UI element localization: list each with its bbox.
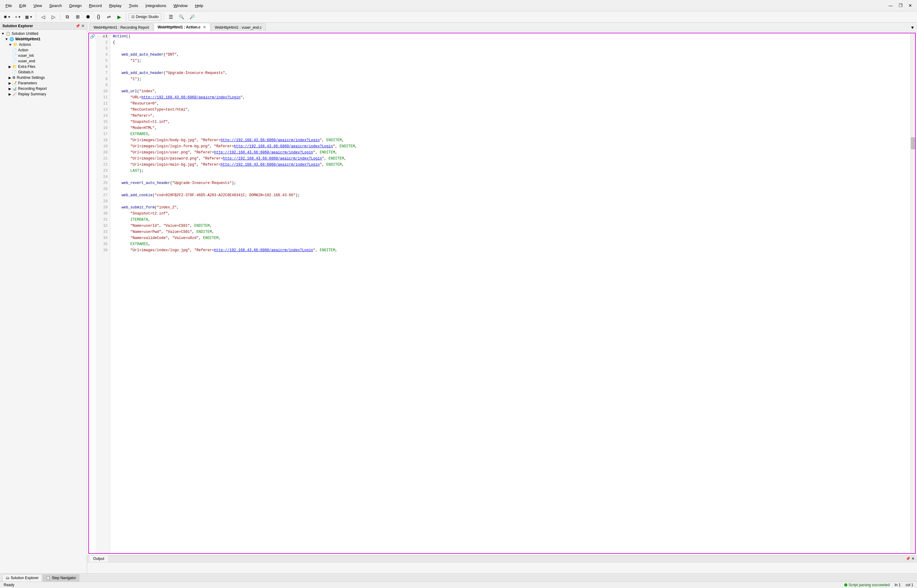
- menu-integrations[interactable]: Integrations: [142, 2, 170, 9]
- run-button[interactable]: ▶: [115, 13, 123, 21]
- line-num-17: 17: [96, 131, 110, 137]
- design-studio-button[interactable]: ⊡ Design Studio: [129, 13, 161, 21]
- line-num-34: 34: [96, 235, 110, 241]
- tree-item-runtime-settings[interactable]: ▶ ⚙ Runtime Settings: [0, 75, 87, 81]
- tree-item-parameters[interactable]: ▶ 📝 Parameters: [0, 81, 87, 86]
- code-content[interactable]: Action() { web_add_auto_header("DNT", "1…: [110, 33, 910, 553]
- script-parsing-label: Script parsing succeeded: [849, 583, 890, 587]
- rec-report-icon: 📊: [12, 87, 17, 91]
- replay-sum-expand-icon: ▶: [8, 92, 11, 96]
- nav-tab-step-navigator[interactable]: 📋 Step Navigator: [42, 574, 79, 582]
- solution-explorer-tree: ▼ 📋 Solution Untitled ▼ 🌐 WebHttpHtml1 ▼…: [0, 30, 87, 573]
- forward-button[interactable]: ▷: [49, 13, 58, 21]
- pointer-tool-dropdown[interactable]: ✱ ▼: [2, 13, 12, 21]
- code-line-33: "Name=userPwd", "Value=CS01", ENDITEM,: [113, 229, 908, 235]
- tree-item-recording-report[interactable]: ▶ 📊 Recording Report: [0, 86, 87, 91]
- bottom-close-button[interactable]: ✕: [912, 557, 915, 561]
- maximize-button[interactable]: ❐: [896, 1, 905, 10]
- line-num-11: 11: [96, 94, 110, 100]
- tree-item-replay-summary-label: Replay Summary: [18, 92, 46, 96]
- code-line-25: web_revert_auto_header("Upgrade-Insecure…: [113, 180, 908, 186]
- tree-item-replay-summary[interactable]: ▶ 📈 Replay Summary: [0, 91, 87, 97]
- menu-help[interactable]: Help: [192, 2, 206, 9]
- vertical-scrollbar[interactable]: [910, 33, 915, 553]
- minimize-button[interactable]: —: [886, 1, 895, 10]
- line-num-28: 28: [96, 198, 110, 204]
- code-line-32: "Name=userId", "Value=CS01", ENDITEM,: [113, 223, 908, 229]
- menu-search[interactable]: Search: [46, 2, 65, 9]
- app-window: File Edit View Search Design Record Repl…: [0, 0, 917, 588]
- output-tab-label: Output: [93, 557, 104, 561]
- tree-item-vuser-init-label: vuser_init: [18, 53, 34, 58]
- copy-button[interactable]: ⧉: [63, 13, 71, 21]
- tree-item-vuser-end-label: vuser_end: [18, 59, 35, 63]
- braces-button[interactable]: {}: [94, 13, 103, 21]
- tree-item-actions[interactable]: ▼ 📁 Actions: [0, 42, 87, 47]
- tab-action-c-close[interactable]: ✕: [202, 25, 206, 29]
- tree-item-action[interactable]: 📄 Action: [0, 47, 87, 53]
- view-tool-dropdown[interactable]: ▦ ▼: [24, 13, 34, 21]
- menu-record[interactable]: Record: [86, 2, 105, 9]
- runtime-icon: ⚙: [12, 76, 16, 80]
- tree-item-extra-files[interactable]: ▶ 📁 Extra Files: [0, 64, 87, 69]
- bottom-pin-button[interactable]: 📌: [906, 557, 910, 561]
- menu-view[interactable]: View: [30, 2, 45, 9]
- code-editor: 🔗 ⊟ 1 2 3 4 5 6 7 8 9 10 1: [88, 33, 916, 554]
- tab-action-c[interactable]: WebHttpHtml1 : Action.c ✕: [154, 23, 210, 31]
- code-line-13: "RecContentType=text/html",: [113, 107, 908, 113]
- list-view-button[interactable]: ☰: [166, 13, 175, 21]
- tab-recording-report[interactable]: WebHttpHtml1 : Recording Report: [90, 23, 153, 31]
- menu-design[interactable]: Design: [66, 2, 85, 9]
- line-num-4: 4: [96, 52, 110, 58]
- status-right: Script parsing succeeded In 1 col 1: [844, 583, 913, 587]
- params-expand-icon: ▶: [8, 81, 11, 85]
- code-line-29: web_submit_form("index_2",: [113, 204, 908, 210]
- tabs-overflow-button[interactable]: ▼: [908, 24, 917, 31]
- bottom-panel: Output 📌 ✕: [87, 555, 917, 573]
- fold-marker-1: ⊟: [103, 34, 105, 38]
- line-num-23: 23: [96, 168, 110, 174]
- line-num-16: 16: [96, 125, 110, 131]
- toolbar-sep-4: [164, 13, 164, 21]
- line-num-1: 1: [105, 34, 108, 39]
- line-num-7: 7: [96, 70, 110, 76]
- record-button[interactable]: ⏺: [84, 13, 92, 21]
- se-pin-button[interactable]: 📌: [76, 24, 80, 28]
- menu-tools[interactable]: Tools: [126, 2, 141, 9]
- zoom-button[interactable]: 🔎: [188, 13, 197, 21]
- code-line-18: "Url=images/login/body-bg.jpg", "Referer…: [113, 137, 908, 143]
- output-tab[interactable]: Output: [90, 555, 108, 562]
- nav-tab-solution-explorer[interactable]: 🗂 Solution Explorer: [2, 574, 42, 582]
- menu-file[interactable]: File: [2, 2, 15, 9]
- se-close-button[interactable]: ✕: [81, 24, 84, 28]
- code-line-26: [113, 186, 908, 192]
- filter-button[interactable]: ⊞: [73, 13, 82, 21]
- add-tool-dropdown[interactable]: + ▼: [14, 13, 22, 21]
- menu-window[interactable]: Window: [171, 2, 191, 9]
- back-button[interactable]: ◁: [39, 13, 47, 21]
- webhttphtml1-icon: 🌐: [10, 37, 14, 41]
- tree-item-globals-h[interactable]: 📄 Globals.h: [0, 69, 87, 75]
- code-line-30: "Snapshot=t2.inf",: [113, 210, 908, 216]
- tab-vuser-end-c[interactable]: WebHttpHtml1 : vuser_end.c: [211, 23, 266, 31]
- tree-item-vuser-end[interactable]: 📄 vuser_end: [0, 58, 87, 64]
- solution-explorer-title: Solution Explorer: [2, 24, 33, 28]
- extra-files-expand-icon: ▶: [8, 65, 11, 69]
- code-line-19: "Url=images/login/login-form-bg.png", "R…: [113, 143, 908, 149]
- menu-replay[interactable]: Replay: [106, 2, 124, 9]
- code-line-16: "Mode=HTML",: [113, 125, 908, 131]
- compile-button[interactable]: ⇌: [105, 13, 113, 21]
- scrollbar-thumb[interactable]: [911, 137, 915, 149]
- menu-edit[interactable]: Edit: [16, 2, 29, 9]
- search-results-button[interactable]: 🔍: [177, 13, 186, 21]
- actions-icon: 📁: [13, 42, 18, 47]
- solution-explorer-panel: Solution Explorer 📌 ✕ ▼ 📋 Solution Untit…: [0, 23, 87, 573]
- line-num-3: 3: [96, 45, 110, 52]
- close-button[interactable]: ✕: [906, 1, 915, 10]
- toolbar: ✱ ▼ + ▼ ▦ ▼ ◁ ▷ ⧉ ⊞ ⏺ {} ⇌ ▶ ⊡ Design St…: [0, 11, 917, 23]
- tree-item-webhttphtml1[interactable]: ▼ 🌐 WebHttpHtml1: [0, 36, 87, 42]
- params-icon: 📝: [12, 81, 17, 85]
- tab-vuser-end-c-label: WebHttpHtml1 : vuser_end.c: [215, 25, 262, 30]
- tree-item-solution[interactable]: ▼ 📋 Solution Untitled: [0, 31, 87, 36]
- tree-item-vuser-init[interactable]: 📄 vuser_init: [0, 53, 87, 58]
